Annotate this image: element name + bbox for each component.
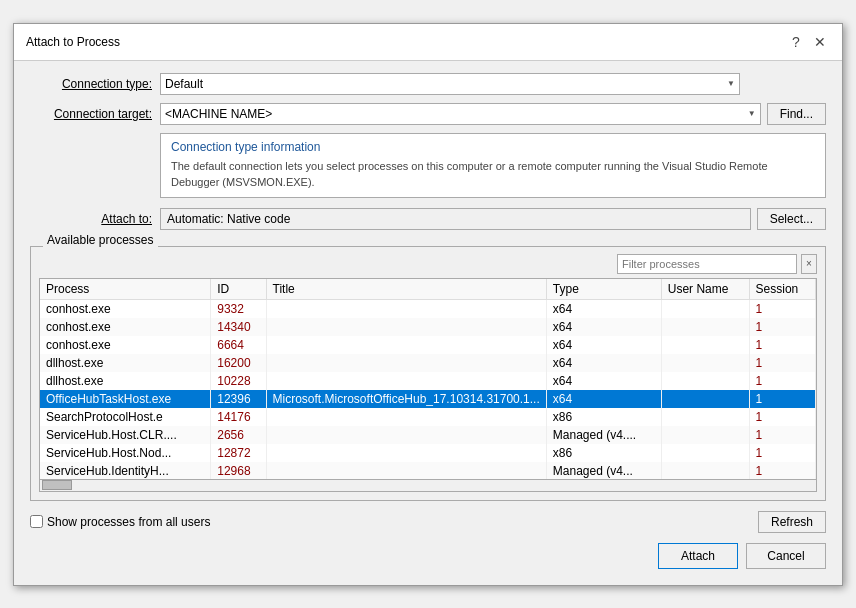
connection-target-control: <MACHINE NAME> ▼ Find... — [160, 103, 826, 125]
cell-username — [661, 426, 749, 444]
connection-target-label: Connection target: — [30, 107, 160, 121]
cell-session: 1 — [749, 444, 815, 462]
cell-title: Microsoft.MicrosoftOfficeHub_17.10314.31… — [266, 390, 546, 408]
table-row[interactable]: conhost.exe 6664 x64 1 — [40, 336, 816, 354]
processes-group: Available processes × Process ID Title — [30, 240, 826, 501]
connection-type-label: Connection type: — [30, 77, 160, 91]
cell-title — [266, 372, 546, 390]
table-row[interactable]: SearchProtocolHost.e 14176 x86 1 — [40, 408, 816, 426]
cell-username — [661, 462, 749, 479]
table-row[interactable]: dllhost.exe 16200 x64 1 — [40, 354, 816, 372]
cancel-button[interactable]: Cancel — [746, 543, 826, 569]
table-row[interactable]: dllhost.exe 10228 x64 1 — [40, 372, 816, 390]
show-all-users-checkbox[interactable] — [30, 515, 43, 528]
cell-type: x86 — [546, 444, 661, 462]
cell-id: 12968 — [211, 462, 266, 479]
table-row[interactable]: OfficeHubTaskHost.exe 12396 Microsoft.Mi… — [40, 390, 816, 408]
cell-id: 9332 — [211, 299, 266, 318]
cell-username — [661, 444, 749, 462]
cell-id: 14340 — [211, 318, 266, 336]
connection-type-combo[interactable]: Default ▼ — [160, 73, 740, 95]
info-box: Connection type information The default … — [160, 133, 826, 198]
dialog-title: Attach to Process — [26, 35, 120, 49]
attach-button[interactable]: Attach — [658, 543, 738, 569]
cell-username — [661, 299, 749, 318]
horizontal-scrollbar[interactable] — [40, 479, 816, 491]
table-row[interactable]: conhost.exe 9332 x64 1 — [40, 299, 816, 318]
cell-process: ServiceHub.Host.Nod... — [40, 444, 211, 462]
cell-session: 1 — [749, 336, 815, 354]
cell-type: x64 — [546, 354, 661, 372]
title-bar-controls: ? ✕ — [786, 32, 830, 52]
dialog-content: Connection type: Default ▼ Connection ta… — [14, 61, 842, 585]
cell-username — [661, 390, 749, 408]
cell-session: 1 — [749, 354, 815, 372]
cell-session: 1 — [749, 426, 815, 444]
cell-session: 1 — [749, 299, 815, 318]
table-row[interactable]: ServiceHub.Host.Nod... 12872 x86 1 — [40, 444, 816, 462]
h-scroll-thumb — [42, 480, 72, 490]
table-row[interactable]: ServiceHub.Host.CLR.... 2656 Managed (v4… — [40, 426, 816, 444]
combo-arrow-icon: ▼ — [727, 79, 735, 88]
cell-id: 12872 — [211, 444, 266, 462]
bottom-row: Show processes from all users Refresh — [30, 511, 826, 533]
cell-id: 16200 — [211, 354, 266, 372]
cell-process: conhost.exe — [40, 336, 211, 354]
cell-title — [266, 299, 546, 318]
action-buttons: Attach Cancel — [30, 543, 826, 569]
table-row[interactable]: ServiceHub.IdentityH... 12968 Managed (v… — [40, 462, 816, 479]
attach-to-label: Attach to: — [30, 212, 160, 226]
col-title: Title — [266, 279, 546, 300]
process-table-scroll[interactable]: Process ID Title Type User Name Session … — [40, 279, 816, 479]
col-session: Session — [749, 279, 815, 300]
filter-input[interactable] — [617, 254, 797, 274]
find-button[interactable]: Find... — [767, 103, 826, 125]
cell-process: conhost.exe — [40, 299, 211, 318]
cell-process: SearchProtocolHost.e — [40, 408, 211, 426]
cell-type: Managed (v4... — [546, 462, 661, 479]
refresh-button[interactable]: Refresh — [758, 511, 826, 533]
select-button[interactable]: Select... — [757, 208, 826, 230]
connection-target-row: Connection target: <MACHINE NAME> ▼ Find… — [30, 103, 826, 125]
filter-clear-button[interactable]: × — [801, 254, 817, 274]
process-table-wrap: Process ID Title Type User Name Session … — [39, 278, 817, 492]
process-table: Process ID Title Type User Name Session … — [40, 279, 816, 479]
cell-session: 1 — [749, 318, 815, 336]
attach-to-process-dialog: Attach to Process ? ✕ Connection type: D… — [13, 23, 843, 586]
cell-process: OfficeHubTaskHost.exe — [40, 390, 211, 408]
processes-legend: Available processes — [43, 233, 158, 247]
cell-id: 12396 — [211, 390, 266, 408]
table-header-row: Process ID Title Type User Name Session — [40, 279, 816, 300]
cell-id: 10228 — [211, 372, 266, 390]
cell-session: 1 — [749, 408, 815, 426]
cell-session: 1 — [749, 372, 815, 390]
connection-type-row: Connection type: Default ▼ — [30, 73, 826, 95]
close-button[interactable]: ✕ — [810, 32, 830, 52]
cell-type: x64 — [546, 318, 661, 336]
cell-username — [661, 336, 749, 354]
connection-target-combo[interactable]: <MACHINE NAME> ▼ — [160, 103, 761, 125]
connection-type-control: Default ▼ — [160, 73, 826, 95]
cell-username — [661, 408, 749, 426]
cell-title — [266, 408, 546, 426]
cell-id: 6664 — [211, 336, 266, 354]
col-process: Process — [40, 279, 211, 300]
cell-username — [661, 318, 749, 336]
col-type: Type — [546, 279, 661, 300]
attach-to-row: Attach to: Automatic: Native code Select… — [30, 208, 826, 230]
cell-title — [266, 426, 546, 444]
cell-process: dllhost.exe — [40, 372, 211, 390]
cell-process: ServiceHub.IdentityH... — [40, 462, 211, 479]
help-button[interactable]: ? — [786, 32, 806, 52]
table-row[interactable]: conhost.exe 14340 x64 1 — [40, 318, 816, 336]
filter-row: × — [39, 254, 817, 274]
cell-id: 2656 — [211, 426, 266, 444]
cell-type: Managed (v4.... — [546, 426, 661, 444]
cell-username — [661, 372, 749, 390]
cell-type: x86 — [546, 408, 661, 426]
cell-session: 1 — [749, 390, 815, 408]
cell-title — [266, 444, 546, 462]
show-all-users-checkbox-label[interactable]: Show processes from all users — [30, 515, 210, 529]
col-username: User Name — [661, 279, 749, 300]
combo-target-arrow-icon: ▼ — [748, 109, 756, 118]
